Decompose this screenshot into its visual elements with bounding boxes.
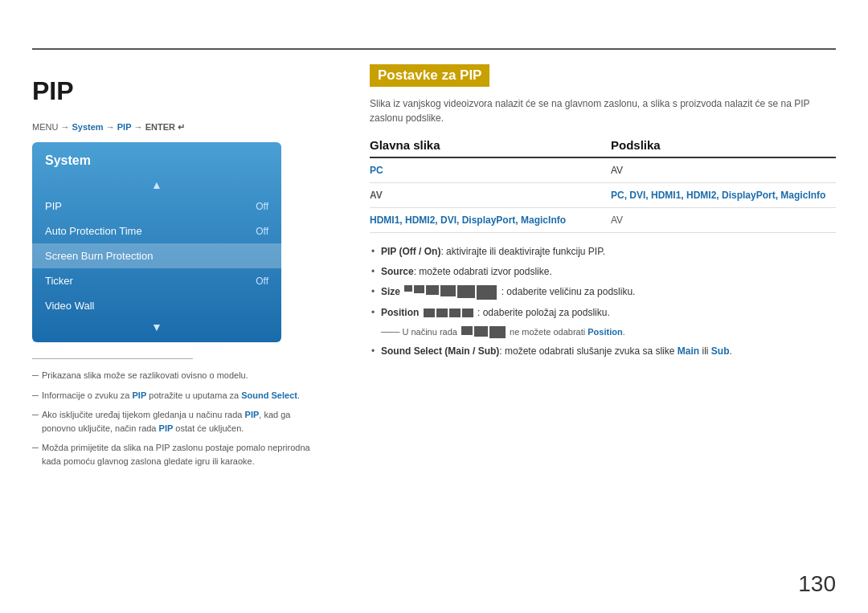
table-row-2-left: AV <box>370 190 611 201</box>
pos-icons <box>424 309 473 317</box>
note-1: Prikazana slika može se razlikovati ovis… <box>32 369 321 382</box>
table-row-2-right: PC, DVI, HDMI1, HDMI2, DisplayPort, Magi… <box>611 190 836 201</box>
table-row-3: HDMI1, HDMI2, DVI, DisplayPort, MagicInf… <box>370 208 836 233</box>
menu-item-video-wall[interactable]: Video Wall <box>32 293 281 318</box>
table-row-1-right: AV <box>611 165 836 176</box>
table-row-3-right: AV <box>611 215 836 226</box>
section-title: Postavke za PIP <box>370 64 489 87</box>
menu-item-ticker-value: Off <box>256 276 268 287</box>
bullet-source: Source: možete odabrati izvor podslike. <box>370 264 836 279</box>
bullet-sound-select: Sound Select (Main / Sub): možete odabra… <box>370 344 836 358</box>
menu-path-menu: MENU <box>32 122 58 132</box>
table-row-2: AV PC, DVI, HDMI1, HDMI2, DisplayPort, M… <box>370 183 836 208</box>
menu-item-pip[interactable]: PIP Off <box>32 194 281 219</box>
menu-item-auto-protection-value: Off <box>256 226 268 237</box>
table-header: Glavna slika Podslika <box>370 138 836 158</box>
bullet-position: Position : odaberite položaj za podsliku… <box>370 305 836 320</box>
note-2: Informacije o zvuku za PIP potražite u u… <box>32 389 321 403</box>
sub-note-position: ─── U načinu rada ne možete odabrati Pos… <box>370 325 836 339</box>
size-icons <box>404 285 497 300</box>
menu-item-ticker[interactable]: Ticker Off <box>32 268 281 293</box>
menu-item-screen-burn[interactable]: Screen Burn Protection <box>32 243 281 268</box>
right-panel: Postavke za PIP Slika iz vanjskog videoi… <box>370 64 836 364</box>
menu-item-video-wall-label: Video Wall <box>45 300 94 312</box>
menu-path-enter: ENTER ↵ <box>145 122 185 132</box>
note-4: Možda primijetite da slika na PIP zaslon… <box>32 441 321 468</box>
left-panel: PIP MENU → System → PIP → ENTER ↵ System… <box>32 64 321 474</box>
notes-divider <box>32 358 193 359</box>
system-menu: System ▲ PIP Off Auto Protection Time Of… <box>32 142 281 342</box>
bullet-pip: PIP (Off / On): aktivirajte ili deaktivi… <box>370 244 836 259</box>
description: Slika iz vanjskog videoizvora nalazit će… <box>370 96 836 125</box>
menu-path-sep1: → <box>60 122 72 132</box>
page-title: PIP <box>32 76 321 106</box>
menu-item-pip-value: Off <box>256 201 268 212</box>
menu-path-system: System <box>72 122 104 132</box>
menu-scroll-up[interactable]: ▲ <box>32 176 281 194</box>
menu-item-screen-burn-label: Screen Burn Protection <box>45 250 153 262</box>
menu-item-auto-protection[interactable]: Auto Protection Time Off <box>32 219 281 243</box>
bullet-size: Size : odaberite veličinu za podsliku. <box>370 284 836 300</box>
menu-scroll-down[interactable]: ▼ <box>32 318 281 336</box>
table-row-1-left: PC <box>370 165 611 176</box>
table-header-right: Podslika <box>611 138 836 152</box>
menu-path-sep3: → <box>134 122 145 132</box>
menu-path-pip: PIP <box>117 122 132 132</box>
mode-icons <box>461 326 506 338</box>
system-menu-title: System <box>32 149 281 176</box>
menu-item-ticker-label: Ticker <box>45 275 73 287</box>
page-number: 130 <box>798 571 836 597</box>
bullet-list: PIP (Off / On): aktivirajte ili deaktivi… <box>370 244 836 358</box>
note-3: Ako isključite uređaj tijekom gledanja u… <box>32 408 321 435</box>
menu-path: MENU → System → PIP → ENTER ↵ <box>32 122 321 133</box>
menu-item-auto-protection-label: Auto Protection Time <box>45 225 142 237</box>
top-divider <box>32 48 836 50</box>
notes-section: Prikazana slika može se razlikovati ovis… <box>32 369 321 468</box>
menu-item-pip-label: PIP <box>45 200 62 212</box>
menu-path-sep2: → <box>106 122 117 132</box>
table-row-3-left: HDMI1, HDMI2, DVI, DisplayPort, MagicInf… <box>370 215 611 226</box>
table-header-left: Glavna slika <box>370 138 611 152</box>
table-row-1: PC AV <box>370 158 836 183</box>
